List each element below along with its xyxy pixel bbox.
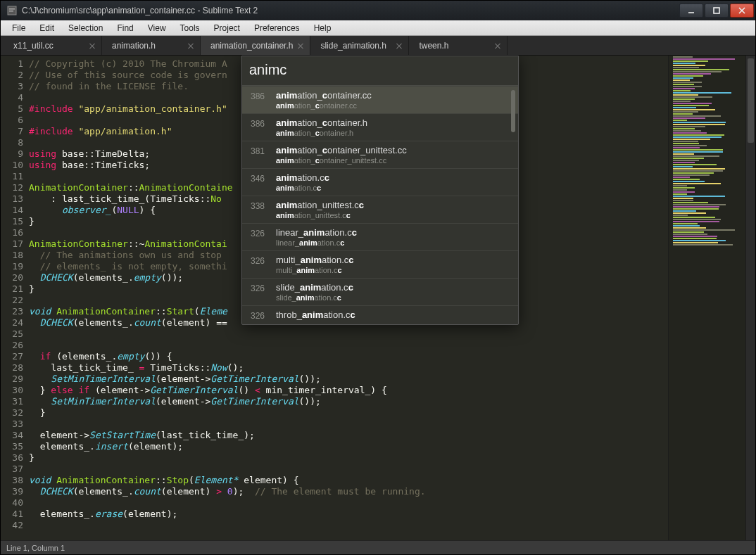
code-line[interactable]: DCHECK(elements_.count(element) > 0); //… [29, 486, 668, 497]
code-line[interactable] [29, 419, 668, 430]
tabbar: x11_util.ccanimation.hanimation_containe… [1, 36, 755, 56]
tab-animation-container-h[interactable]: animation_container.h [201, 36, 310, 55]
code-line[interactable] [29, 497, 668, 509]
goto-result[interactable]: 326slide_animation.ccslide_animation.cc [242, 278, 518, 305]
menu-file[interactable]: File [5, 22, 32, 34]
tab-close-icon[interactable] [187, 42, 194, 49]
menu-tools[interactable]: Tools [173, 22, 207, 34]
goto-result-score: 386 [251, 117, 276, 137]
svg-rect-2 [9, 11, 13, 12]
minimap-line [673, 71, 722, 72]
minimap-line [673, 166, 693, 167]
goto-result[interactable]: 386animation_container.ccanimation_conta… [242, 86, 518, 113]
minimap-line [673, 84, 694, 85]
goto-input[interactable] [249, 62, 511, 78]
minimap-line [673, 58, 735, 60]
menu-selection[interactable]: Selection [61, 22, 110, 34]
tab-close-icon[interactable] [396, 42, 403, 49]
goto-result[interactable]: 386animation_container.hanimation_contai… [242, 113, 518, 141]
goto-result-path: animation_container.h [276, 129, 510, 137]
goto-result-title: animation_container.h [276, 117, 510, 128]
code-line[interactable] [29, 340, 668, 351]
goto-result[interactable]: 326linear_animation.cclinear_animation.c… [242, 223, 518, 250]
code-line[interactable]: } else if (element->GetTimerInterval() <… [29, 385, 668, 396]
goto-result-score: 381 [251, 145, 276, 165]
minimap-line [673, 227, 706, 229]
menu-preferences[interactable]: Preferences [247, 22, 307, 34]
minimap-line [673, 136, 722, 138]
minimap-line [673, 221, 719, 222]
goto-result[interactable]: 338animation_unittest.ccanimation_unitte… [242, 196, 518, 223]
menu-view[interactable]: View [141, 22, 173, 34]
goto-scrollbar-thumb[interactable] [511, 90, 515, 132]
titlebar[interactable]: C:\J\chromium\src\app\animation_containe… [1, 1, 755, 20]
code-line[interactable]: element->SetStartTime(last_tick_time_); [29, 430, 668, 441]
tab-x11-util-cc[interactable]: x11_util.cc [4, 36, 102, 55]
code-line[interactable]: elements_.insert(element); [29, 441, 668, 452]
tab-close-icon[interactable] [89, 42, 96, 49]
minimap-line [673, 63, 695, 64]
minimap-line [673, 238, 717, 239]
minimap-line [673, 172, 714, 174]
window-title: C:\J\chromium\src\app\animation_containe… [22, 6, 678, 15]
code-line[interactable]: } [29, 407, 668, 419]
minimap-line [673, 174, 710, 176]
menu-help[interactable]: Help [307, 22, 339, 34]
minimap-line [673, 219, 721, 220]
goto-result-score: 326 [251, 310, 276, 321]
minimap-line [673, 120, 687, 121]
code-line[interactable]: SetMinTimerInterval(element->GetTimerInt… [29, 396, 668, 407]
minimap-line [673, 124, 725, 125]
vertical-scrollbar[interactable] [745, 56, 755, 540]
minimap-line [673, 126, 705, 127]
minimap-line [673, 244, 733, 245]
goto-result-title: animation_unittest.cc [276, 200, 510, 210]
minimap-line [673, 115, 721, 117]
goto-anything-panel: 386animation_container.ccanimation_conta… [241, 56, 519, 325]
minimap-line [673, 103, 712, 104]
minimap-line [673, 162, 695, 163]
menu-edit[interactable]: Edit [32, 22, 61, 34]
minimap-line [673, 96, 712, 98]
tab-slide-animation-h[interactable]: slide_animation.h [310, 36, 409, 55]
code-line[interactable] [29, 328, 668, 340]
code-line[interactable]: last_tick_time_ = TimeTicks::Now(); [29, 362, 668, 374]
minimize-button[interactable] [679, 4, 703, 18]
menu-find[interactable]: Find [110, 22, 140, 34]
code-line[interactable] [29, 464, 668, 475]
tab-close-icon[interactable] [494, 42, 501, 49]
goto-result[interactable]: 346animation.ccanimation.cc [242, 168, 518, 196]
goto-result[interactable]: 381animation_container_unittest.ccanimat… [242, 141, 518, 168]
goto-result[interactable]: 326multi_animation.ccmulti_animation.cc [242, 250, 518, 278]
code-line[interactable] [29, 520, 668, 531]
minimap-line [673, 101, 691, 102]
goto-result[interactable]: 326throb_animation.cc [242, 305, 518, 324]
status-position: Line 1, Column 1 [6, 544, 65, 552]
minimap-line [673, 187, 695, 189]
tab-animation-h[interactable]: animation.h [102, 36, 201, 55]
code-line[interactable]: if (elements_.empty()) { [29, 351, 668, 362]
minimap-line [673, 75, 703, 77]
minimap-line [673, 234, 707, 235]
maximize-button[interactable] [705, 4, 729, 18]
code-line[interactable]: elements_.erase(element); [29, 509, 668, 520]
tab-tween-h[interactable]: tween.h [409, 36, 508, 55]
svg-rect-1 [9, 8, 15, 10]
close-button[interactable] [730, 4, 754, 18]
goto-result-title: throb_animation.cc [276, 310, 510, 320]
code-line[interactable]: SetMinTimerInterval(element->GetTimerInt… [29, 374, 668, 385]
tab-close-icon[interactable] [297, 42, 304, 49]
minimap-line [673, 67, 699, 68]
minimap-line [673, 122, 726, 123]
minimap-line [673, 200, 693, 201]
scrollbar-thumb[interactable] [748, 58, 754, 143]
goto-result-title: multi_animation.cc [276, 255, 510, 265]
minimap[interactable] [668, 56, 745, 540]
code-line[interactable]: } [29, 452, 668, 464]
app-window: C:\J\chromium\src\app\animation_containe… [0, 0, 756, 555]
goto-result-path: slide_animation.cc [276, 293, 510, 302]
goto-result-score: 326 [251, 282, 276, 302]
menu-project[interactable]: Project [207, 22, 247, 34]
minimap-line [673, 105, 709, 106]
code-line[interactable]: void AnimationContainer::Stop(Element* e… [29, 475, 668, 486]
